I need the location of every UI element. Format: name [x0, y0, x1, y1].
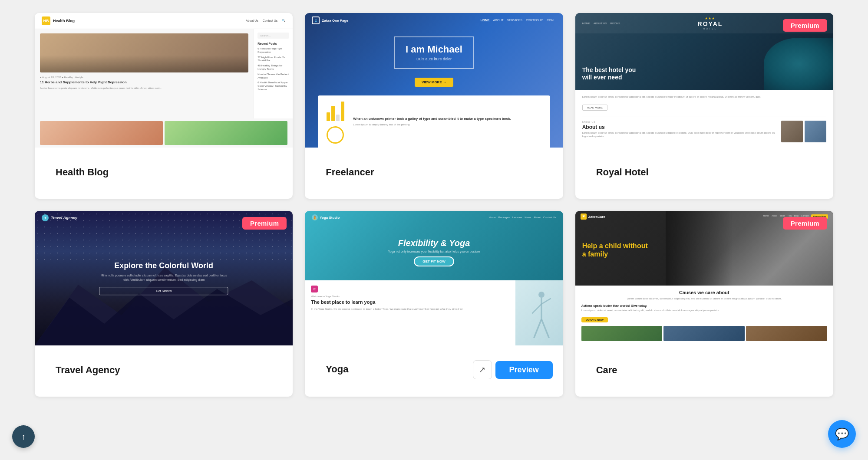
yoga-elementor-badge: E: [311, 286, 509, 292]
yoga-body-left: E Welcome to Yoga Studio The best place …: [305, 280, 515, 345]
card-freelancer[interactable]: Z Zakra One Page HOME ABOUT SERVICES POR…: [305, 13, 563, 199]
yoga-welcome-text: Welcome to Yoga Studio: [311, 295, 509, 298]
card-care[interactable]: Premium ❤ ZakraCare Home About Team Faq …: [575, 211, 833, 397]
royal-hero-text: The best hotel you will ever need: [582, 66, 643, 81]
freelancer-logo: Z Zakra One Page: [312, 16, 348, 24]
care-logo-text: ZakraCare: [588, 215, 605, 219]
hb-search-icon: 🔍: [282, 19, 286, 23]
yoga-nav: 🧘 Yoga Studio Home Packages Lessons News…: [305, 211, 563, 224]
preview-yoga: 🧘 Yoga Studio Home Packages Lessons News…: [305, 211, 563, 345]
bar-3: [336, 115, 340, 121]
card-royal-hotel[interactable]: Premium HOME ABOUT US ROOMS ★★★ ROYAL HO…: [575, 13, 833, 199]
card-health-blog[interactable]: HB Health Blog About Us Contact Us 🔍 ● A…: [35, 13, 293, 199]
freelancer-cta-btn[interactable]: VIEW MORE →: [415, 78, 453, 87]
preview-royal-hotel: Premium HOME ABOUT US ROOMS ★★★ ROYAL HO…: [575, 13, 833, 148]
yo-nav-contact: Contact Us: [543, 216, 556, 219]
care-images-row: [581, 326, 827, 341]
freelancer-logo-text: Zakra One Page: [322, 19, 348, 23]
chat-button[interactable]: 💬: [828, 420, 856, 448]
fl-nav-services: SERVICES: [507, 19, 522, 22]
care-logo: ❤ ZakraCare: [581, 214, 605, 220]
bar-4: [341, 102, 344, 121]
freelancer-bottom-text: When an unknown printer took a galley of…: [353, 116, 541, 127]
travel-cta-btn[interactable]: Get Started: [99, 287, 228, 295]
freelancer-logo-z: Z: [315, 19, 317, 23]
yoga-logo: 🧘 Yoga Studio: [312, 214, 340, 220]
travel-hero-sub: Mi in nulla posuere sollicitudin aliquam…: [99, 273, 228, 283]
fl-nav-portfolio: PORTFOLIO: [526, 19, 543, 22]
svg-line-6: [534, 319, 541, 338]
travel-card-footer: Travel Agency: [35, 345, 293, 397]
fl-nav-home: HOME: [481, 19, 490, 22]
bar-1: [327, 112, 330, 121]
health-card-footer: Health Blog: [35, 148, 293, 199]
travel-logo-icon: ✈: [42, 214, 49, 221]
yoga-logo-text: Yoga Studio: [320, 216, 340, 220]
health-recent-title: Recent Posts: [257, 42, 289, 45]
yo-nav-home: Home: [489, 216, 496, 219]
royal-logo-sub: HOTEL: [698, 27, 723, 30]
health-recent-4: How to Choose the Perfect Avocado: [257, 73, 289, 80]
care-action-label: Actions speak louder than words! Give to…: [581, 304, 827, 307]
card-yoga[interactable]: 🧘 Yoga Studio Home Packages Lessons News…: [305, 211, 563, 397]
freelancer-circle-chart: [327, 126, 344, 144]
preview-care: Premium ❤ ZakraCare Home About Team Faq …: [575, 211, 833, 345]
care-hero-content: Help a child without a family: [582, 241, 652, 258]
care-img-1: [581, 326, 663, 341]
yoga-card-label: Yoga: [315, 354, 359, 385]
care-donate-btn[interactable]: DONATE NOW: [581, 317, 608, 322]
yoga-preview-btn[interactable]: Preview: [495, 361, 553, 379]
royal-card-label: Royal Hotel: [586, 157, 823, 188]
health-bottom: [35, 118, 293, 148]
yo-nav-news: News: [525, 216, 531, 219]
freelancer-bottom-title: When an unknown printer took a galley of…: [353, 116, 541, 121]
health-recent-2: 22 High Fiber Foods You Should Eat: [257, 56, 289, 63]
scroll-up-icon: ↑: [21, 432, 26, 442]
external-link-icon: ↗: [479, 365, 485, 375]
hb-search-placeholder: Search...: [260, 34, 271, 37]
yo-nav-lessons: Lessons: [512, 216, 522, 219]
yoga-body-title: The best place to learn yoga: [311, 299, 509, 305]
freelancer-chart: [327, 99, 344, 144]
royal-about-img-1: [781, 121, 803, 142]
yoga-body-right: [515, 280, 563, 345]
health-logo: HB Health Blog: [42, 16, 75, 25]
yoga-external-link-btn[interactable]: ↗: [473, 360, 492, 379]
royal-pool-image: [764, 38, 833, 90]
royal-headline: The best hotel you will ever need: [582, 66, 643, 81]
fl-nav-contact: CON...: [547, 19, 556, 22]
yoga-cta-btn[interactable]: GET FIT NOW: [414, 256, 454, 266]
preview-freelancer: Z Zakra One Page HOME ABOUT SERVICES POR…: [305, 13, 563, 148]
royal-read-btn[interactable]: READ MORE: [582, 105, 607, 111]
health-thumb-2: [165, 121, 287, 145]
travel-hero-title: Explore the Colorful World: [99, 261, 228, 271]
health-card-label: Health Blog: [45, 157, 282, 188]
care-causes-text: Lorem ipsum dolor sit amet, consectetur …: [581, 297, 827, 301]
health-hero-image: [40, 33, 248, 72]
royal-about-img-2: [805, 121, 826, 142]
health-body: ● August 28, 2020 ● Healthy Lifestyle 11…: [35, 29, 293, 118]
freelancer-card-label: Freelancer: [315, 157, 552, 188]
hb-nav-about: About Us: [246, 19, 258, 23]
royal-nav-items: HOME ABOUT US ROOMS: [582, 22, 620, 25]
royal-body-text: Lorem ipsum dolor sit amet, consectetur …: [582, 95, 826, 99]
card-travel-agency[interactable]: Premium ✈ Travel Agency About Destinatio…: [35, 211, 293, 397]
yoga-body-text: In the Yoga Studio, we are always dedica…: [311, 307, 509, 311]
care-card-label: Care: [586, 355, 823, 386]
health-post-meta: ● August 28, 2020 ● Healthy Lifestyle: [40, 76, 248, 79]
hb-logo-text: Health Blog: [53, 19, 75, 23]
scroll-to-top-btn[interactable]: ↑: [12, 425, 35, 448]
yoga-card-footer: Yoga ↗ Preview: [305, 345, 563, 395]
health-main: ● August 28, 2020 ● Healthy Lifestyle 11…: [35, 29, 254, 118]
royal-about-text: KNOW US About us Lorem ipsum dolor sit a…: [582, 121, 777, 138]
hb-logo-icon: HB: [42, 16, 50, 25]
freelancer-hero-box: I am Michael Duis aute irure dolor: [394, 36, 474, 69]
care-causes-title: Causes we care about: [581, 290, 827, 295]
care-headline: Help a child without a family: [582, 241, 652, 258]
royal-card-footer: Royal Hotel: [575, 148, 833, 199]
freelancer-bottom-section: When an unknown printer took a galley of…: [318, 95, 550, 148]
travel-hero-content: Explore the Colorful World Mi in nulla p…: [99, 261, 228, 295]
royal-about-label: KNOW US: [582, 121, 777, 123]
yoga-preview-buttons: ↗ Preview: [473, 360, 553, 379]
ca-nav-home: Home: [763, 214, 769, 219]
